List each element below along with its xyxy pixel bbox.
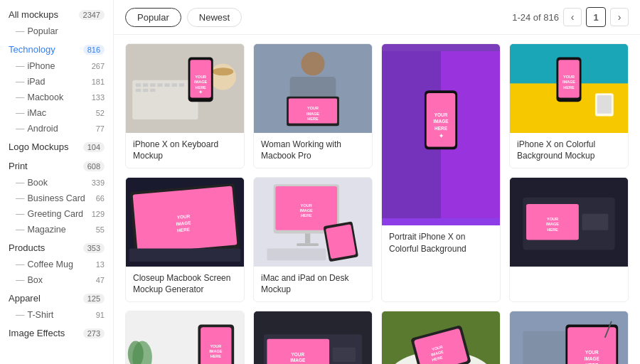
svg-rect-96	[523, 331, 569, 364]
sidebar-item-book[interactable]: —Book 339	[0, 175, 113, 191]
svg-text:IMAGE: IMAGE	[194, 80, 207, 84]
svg-rect-3	[143, 83, 148, 87]
grid-area: YOUR IMAGE HERE ✦ iPhone X on Keyboard M…	[114, 35, 640, 364]
main-content: Popular Newest 1-24 of 816 ‹ 1 ›	[114, 0, 640, 364]
card-2-thumb: YOUR IMAGE HERE	[254, 44, 372, 133]
card-10-thumb: YOUR IMAGE HERE	[382, 311, 500, 364]
svg-rect-59	[297, 243, 319, 246]
card-11-thumb: YOUR IMAGE HERE	[510, 311, 628, 364]
svg-rect-44	[597, 95, 612, 114]
card-1-title: iPhone X on Keyboard Mockup	[133, 139, 237, 163]
sidebar-item-macbook[interactable]: —Macbook 133	[0, 90, 113, 105]
card-6-info: iMac and iPad on Desk Mockup	[254, 267, 372, 302]
sidebar-item-box[interactable]: —Box 47	[0, 272, 113, 288]
svg-text:IMAGE: IMAGE	[433, 119, 449, 124]
card-8[interactable]: YOUR IMAGE HERE iPad Pro on White Desk M…	[125, 311, 245, 364]
card-7-info	[510, 267, 628, 278]
filter-newest-button[interactable]: Newest	[187, 8, 242, 27]
svg-point-12	[210, 64, 236, 90]
svg-text:YOUR: YOUR	[563, 75, 575, 79]
svg-rect-2	[136, 83, 141, 87]
sidebar-section-print: Print 608 —Book 339 —Business Card 66 —G…	[0, 157, 113, 237]
pagination-prev-button[interactable]: ‹	[563, 8, 582, 26]
svg-rect-5	[157, 83, 162, 87]
svg-text:YOUR: YOUR	[434, 112, 448, 117]
pagination-next-button[interactable]: ›	[610, 8, 629, 26]
svg-text:HERE: HERE	[210, 355, 222, 359]
sidebar-item-logo-mockups[interactable]: Logo Mockups 104	[0, 138, 113, 156]
svg-rect-61	[326, 224, 356, 259]
svg-rect-11	[150, 89, 155, 92]
svg-rect-69	[582, 214, 608, 230]
pagination-text: 1-24 of 816	[512, 12, 559, 23]
svg-rect-51	[129, 249, 241, 262]
card-9[interactable]: YOUR IMAGE HERE	[253, 311, 373, 364]
sidebar-section-products: Products 353 —Coffee Mug 13 —Box 47	[0, 239, 113, 288]
svg-text:IMAGE: IMAGE	[306, 112, 319, 116]
sidebar-item-apparel[interactable]: Apparel 125	[0, 289, 113, 307]
card-3[interactable]: YOUR IMAGE HERE ✦ Portrait iPhone X on C…	[381, 43, 501, 302]
card-5[interactable]: YOUR IMAGE HERE Closeup Macbook Screen M…	[125, 177, 245, 302]
sidebar-section-image-effects: Image Effects 273	[0, 324, 113, 342]
card-2[interactable]: YOUR IMAGE HERE Woman Working with Macbo…	[253, 43, 373, 168]
sidebar-item-iphone[interactable]: —iPhone 267	[0, 58, 113, 74]
svg-text:HERE: HERE	[547, 228, 558, 232]
svg-rect-8	[179, 83, 184, 87]
sidebar-item-popular[interactable]: —Popular	[0, 23, 113, 39]
card-5-info: Closeup Macbook Screen Mockup Generator	[126, 267, 244, 302]
card-4-info: iPhone X on Colorful Background Mockup	[510, 133, 628, 168]
sidebar-section-technology: Technology 816 —iPhone 267 —iPad 181 —Ma…	[0, 41, 113, 136]
filter-popular-button[interactable]: Popular	[125, 8, 181, 27]
sidebar-item-greeting-card[interactable]: —Greeting Card 129	[0, 206, 113, 222]
sidebar-item-business-card[interactable]: —Business Card 66	[0, 191, 113, 206]
svg-rect-62	[267, 249, 326, 261]
svg-text:✦: ✦	[439, 132, 444, 139]
svg-text:YOUR: YOUR	[210, 344, 221, 348]
sidebar-section-logo: Logo Mockups 104	[0, 138, 113, 156]
pagination-current-page: 1	[586, 7, 606, 27]
card-9-thumb: YOUR IMAGE HERE	[254, 311, 372, 364]
svg-text:YOUR: YOUR	[195, 75, 206, 79]
card-6-thumb: YOUR IMAGE HERE	[254, 178, 372, 267]
svg-text:HERE: HERE	[307, 117, 319, 121]
sidebar-item-all-mockups[interactable]: All mockups 2347	[0, 6, 113, 23]
svg-text:HERE: HERE	[434, 126, 448, 131]
card-6[interactable]: YOUR IMAGE HERE iMac and iPad on	[253, 177, 373, 302]
card-2-title: Woman Working with Macbook Pro	[261, 139, 365, 163]
svg-text:YOUR: YOUR	[585, 350, 599, 355]
sidebar-item-imac[interactable]: —iMac 52	[0, 105, 113, 121]
sidebar-item-tshirt[interactable]: —T-Shirt 91	[0, 307, 113, 323]
card-2-info: Woman Working with Macbook Pro	[254, 133, 372, 168]
pagination: 1-24 of 816 ‹ 1 ›	[512, 7, 629, 27]
card-1[interactable]: YOUR IMAGE HERE ✦ iPhone X on Keyboard M…	[125, 43, 245, 168]
card-7-thumb: YOUR IMAGE HERE	[510, 178, 628, 267]
card-5-thumb: YOUR IMAGE HERE	[126, 178, 244, 267]
svg-text:✦: ✦	[198, 89, 203, 95]
card-1-info: iPhone X on Keyboard Mockup	[126, 133, 244, 168]
sidebar-item-ipad[interactable]: —iPad 181	[0, 74, 113, 90]
card-3-thumb: YOUR IMAGE HERE ✦	[382, 44, 500, 225]
card-11[interactable]: YOUR IMAGE HERE Man Using Surface Pro Ta…	[509, 311, 629, 364]
sidebar-item-coffee-mug[interactable]: —Coffee Mug 13	[0, 257, 113, 272]
sidebar-item-android[interactable]: —Android 77	[0, 121, 113, 136]
svg-rect-47	[133, 186, 238, 254]
sidebar-label: All mockups	[9, 9, 58, 20]
sidebar-label: Technology	[9, 44, 55, 55]
card-7[interactable]: YOUR IMAGE HERE	[509, 177, 629, 302]
card-5-title: Closeup Macbook Screen Mockup Generator	[133, 272, 237, 296]
sidebar-item-print[interactable]: Print 608	[0, 157, 113, 175]
sidebar-item-magazine[interactable]: —Magazine 55	[0, 222, 113, 237]
sidebar-item-technology[interactable]: Technology 816	[0, 41, 113, 58]
svg-text:IMAGE: IMAGE	[562, 80, 575, 84]
card-4[interactable]: YOUR IMAGE HERE iPhone X on Colorful Bac…	[509, 43, 629, 168]
sidebar-item-products[interactable]: Products 353	[0, 239, 113, 257]
card-8-thumb: YOUR IMAGE HERE	[126, 311, 244, 364]
mockup-grid: YOUR IMAGE HERE ✦ iPhone X on Keyboard M…	[125, 43, 629, 364]
sidebar-section-all: All mockups 2347 —Popular	[0, 6, 113, 39]
svg-point-13	[213, 68, 234, 75]
card-10[interactable]: YOUR IMAGE HERE	[381, 311, 501, 364]
card-1-thumb: YOUR IMAGE HERE ✦	[126, 44, 244, 133]
card-3-title: Portrait iPhone X on Colorful Background	[389, 231, 493, 255]
svg-rect-10	[143, 89, 148, 92]
sidebar-item-image-effects[interactable]: Image Effects 273	[0, 324, 113, 342]
